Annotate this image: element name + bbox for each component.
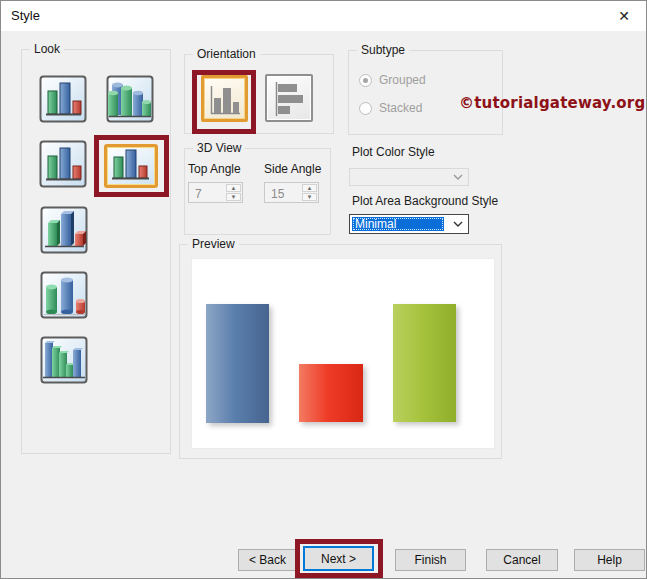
radio-grouped: Grouped: [359, 73, 426, 87]
flat-bars-chart-icon: [39, 75, 87, 123]
orientation-vertical-button[interactable]: [201, 75, 248, 122]
style-dialog: Style ✕ Look: [0, 0, 647, 579]
preview-chart-canvas: [191, 258, 495, 449]
spin-up-icon: ▲: [226, 184, 241, 192]
preview-group-label: Preview: [188, 237, 239, 252]
radio-grouped-label: Grouped: [379, 73, 426, 87]
cylinders-3d-icon: [40, 271, 88, 319]
look-group-label: Look: [30, 42, 64, 57]
side-angle-spinner: 15 ▲▼: [264, 182, 319, 203]
plot-area-background-style-label: Plot Area Background Style: [352, 194, 498, 208]
close-icon[interactable]: ✕: [612, 5, 636, 27]
orientation-horizontal-button[interactable]: [265, 74, 313, 122]
top-angle-spin-buttons: ▲▼: [226, 184, 241, 201]
spin-down-icon: ▼: [226, 193, 241, 201]
orientation-group-label: Orientation: [193, 47, 260, 62]
cylinder-cluster-icon: [106, 75, 154, 123]
top-angle-label: Top Angle: [188, 162, 241, 176]
titlebar: Style ✕: [1, 1, 646, 31]
look-option-cylinder-cluster-3d[interactable]: [106, 75, 154, 123]
vertical-bars-icon: [204, 78, 245, 119]
preview-bar-red: [299, 364, 363, 422]
spin-up-icon: ▲: [302, 184, 317, 192]
radio-stacked: Stacked: [359, 101, 422, 115]
look-option-bars-3d[interactable]: [40, 206, 88, 254]
look-group: Look: [21, 49, 171, 454]
look-option-cylinders-3d[interactable]: [40, 271, 88, 319]
back-button[interactable]: < Back: [238, 549, 297, 571]
view3d-group-label: 3D View: [193, 141, 245, 156]
bars-3d-icon: [40, 206, 88, 254]
finish-button[interactable]: Finish: [395, 549, 466, 571]
radio-stacked-circle: [359, 102, 372, 115]
spin-down-icon: ▼: [302, 193, 317, 201]
subtype-group-label: Subtype: [357, 43, 409, 58]
preview-bar-blue: [206, 304, 269, 423]
watermark: ©tutorialgateway.org: [459, 94, 645, 112]
plot-area-background-style-value: Minimal: [352, 217, 444, 231]
preview-group: Preview: [179, 244, 502, 459]
help-button[interactable]: Help: [574, 549, 645, 571]
chevron-down-icon: [453, 174, 463, 180]
plot-color-style-label: Plot Color Style: [352, 145, 435, 159]
look-option-bar-cluster-3d[interactable]: [40, 336, 88, 384]
plot-area-background-style-combo[interactable]: Minimal: [349, 214, 469, 234]
side-angle-spin-buttons: ▲▼: [302, 184, 317, 201]
horizontal-bars-icon: [267, 76, 311, 120]
window-title: Style: [11, 8, 40, 23]
cancel-button[interactable]: Cancel: [486, 549, 558, 571]
look-option-flat-bars-2[interactable]: [39, 140, 87, 188]
radio-grouped-circle: [359, 74, 372, 87]
plot-color-style-combo: [349, 168, 469, 186]
side-angle-label: Side Angle: [264, 162, 321, 176]
flat-bars-selected-icon: [107, 147, 155, 185]
chevron-down-icon[interactable]: [453, 221, 463, 227]
preview-bar-green: [393, 304, 456, 422]
top-angle-spinner: 7 ▲▼: [188, 182, 243, 203]
dialog-body: Look: [1, 31, 646, 578]
flat-bars-chart-icon: [39, 140, 87, 188]
subtype-group: Subtype Grouped Stacked: [348, 50, 503, 135]
bar-cluster-3d-icon: [40, 336, 88, 384]
next-button[interactable]: Next >: [303, 546, 374, 571]
top-angle-value: 7: [195, 187, 202, 201]
radio-stacked-label: Stacked: [379, 101, 422, 115]
side-angle-value: 15: [271, 187, 284, 201]
look-option-flat-bars-1[interactable]: [39, 75, 87, 123]
look-option-flat-bars-selected[interactable]: [104, 144, 158, 188]
